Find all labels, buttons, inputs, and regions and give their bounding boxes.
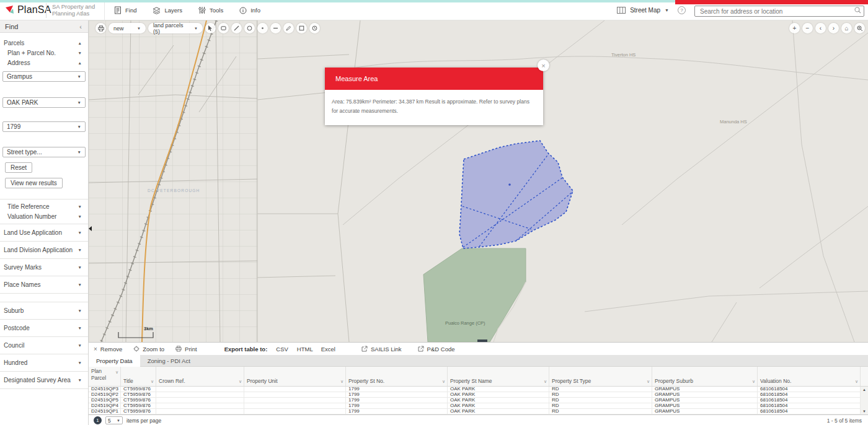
sidebar-item-suburb[interactable]: Suburb ▼ bbox=[0, 302, 88, 319]
sidebar-item-plan-parcel-no[interactable]: Plan + Parcel No. ▼ bbox=[0, 48, 88, 58]
chevron-down-icon: ▼ bbox=[78, 204, 82, 209]
square-icon bbox=[299, 25, 304, 31]
print-button[interactable]: Print bbox=[175, 346, 197, 353]
draw-line-tool-button[interactable] bbox=[231, 23, 242, 33]
nav-info[interactable]: Info bbox=[237, 7, 263, 14]
plansa-logo[interactable]: PlanSA bbox=[5, 4, 51, 15]
zoom-extent-icon bbox=[857, 25, 863, 32]
draw-polygon-tool-button[interactable] bbox=[296, 23, 307, 33]
home-extent-button[interactable]: ⌂ bbox=[841, 23, 852, 33]
sidebar-item-land-use-application[interactable]: Land Use Application ▼ bbox=[0, 224, 88, 241]
measure-dialog-close-button[interactable]: × bbox=[538, 59, 549, 71]
chevron-down-icon: ▼ bbox=[78, 283, 82, 287]
zoom-out-button[interactable]: − bbox=[802, 23, 813, 33]
draw-circle-tool-button[interactable] bbox=[244, 23, 255, 33]
export-csv-button[interactable]: CSV bbox=[276, 346, 288, 353]
nav-find[interactable]: Find bbox=[112, 6, 139, 14]
draw-mode-select[interactable]: new ▼ bbox=[108, 23, 146, 33]
chevron-down-icon: ▼ bbox=[78, 214, 82, 219]
panel-collapse-icon[interactable]: ‹ bbox=[79, 23, 82, 30]
previous-extent-button[interactable]: ‹ bbox=[815, 23, 826, 33]
sidebar-collapse-handle[interactable] bbox=[89, 226, 92, 231]
nav-tools[interactable]: Tools bbox=[196, 6, 226, 14]
sort-icon: ∨ bbox=[340, 379, 343, 384]
page-1-button[interactable]: 1 bbox=[94, 416, 102, 424]
sidebar-item-council[interactable]: Council ▼ bbox=[0, 337, 88, 354]
next-extent-button[interactable]: › bbox=[828, 23, 839, 33]
basemap-selector[interactable]: Street Map ▼ bbox=[617, 7, 669, 14]
table-row[interactable]: D24519QP5 CT5959/876 1799 OAK PARK RD GR… bbox=[89, 398, 868, 403]
nav-info-label: Info bbox=[250, 7, 260, 14]
remove-button[interactable]: × Remove bbox=[94, 346, 122, 353]
column-header-property-st-no[interactable]: Property St No.∨ bbox=[346, 367, 448, 386]
map-zoom-controls: + − ‹ › ⌂ bbox=[789, 23, 865, 33]
sidebar-item-survey-marks[interactable]: Survey Marks ▼ bbox=[0, 259, 88, 276]
column-header-crown-ref[interactable]: Crown Ref.∨ bbox=[156, 367, 244, 386]
export-excel-button[interactable]: Excel bbox=[321, 346, 335, 353]
column-header-property-st-type[interactable]: Property St Type∨ bbox=[549, 367, 652, 386]
scroll-down-icon[interactable]: ▼ bbox=[862, 410, 866, 413]
chevron-down-icon: ▼ bbox=[78, 361, 82, 365]
help-icon: ? bbox=[680, 7, 683, 13]
page-size-value: 5 bbox=[108, 418, 111, 424]
draw-rectangle-tool-button[interactable] bbox=[218, 23, 229, 33]
help-button[interactable]: ? bbox=[678, 6, 686, 14]
history-tool-button[interactable] bbox=[309, 23, 320, 33]
pd-code-button[interactable]: P&D Code bbox=[418, 346, 455, 353]
table-row[interactable]: D24519QP1 CT5959/876 1799 OAK PARK RD GR… bbox=[89, 409, 868, 414]
map-label-council-area: DC PETERBOROUGH bbox=[148, 188, 200, 193]
table-row[interactable]: D24519QP3 CT5959/876 1799 OAK PARK RD GR… bbox=[89, 387, 868, 392]
export-html-button[interactable]: HTML bbox=[297, 346, 313, 353]
column-header-valuation-no[interactable]: Valuation No.∨ bbox=[758, 367, 861, 386]
sidebar-item-hundred[interactable]: Hundred ▼ bbox=[0, 354, 88, 371]
header-divider bbox=[46, 3, 46, 18]
land-use-label: Land Use Application bbox=[4, 229, 62, 236]
reset-button[interactable]: Reset bbox=[5, 162, 32, 173]
plansa-logo-icon bbox=[5, 5, 15, 15]
table-row[interactable]: D24519QP2 CT5959/876 1799 OAK PARK RD GR… bbox=[89, 392, 868, 398]
street-type-select[interactable]: Street type... ▼ bbox=[2, 147, 86, 157]
sidebar-item-valuation-number[interactable]: Valuation Number ▼ bbox=[0, 211, 88, 221]
street-number-select[interactable]: 1799 ▼ bbox=[2, 121, 86, 132]
plansa-app: PlanSA SA Property and Planning Atlas Fi… bbox=[0, 0, 868, 425]
map-viewport[interactable]: Tiverton HS Manunda HS DC PETERBOROUGH P… bbox=[89, 20, 868, 342]
table-scrollbar[interactable]: ▲ ▼ bbox=[861, 387, 868, 414]
table-row[interactable]: D24519QP4 CT5959/876 1799 OAK PARK RD GR… bbox=[89, 403, 868, 409]
draw-point-tool-button[interactable] bbox=[257, 23, 268, 33]
layer-select[interactable]: land parcels (5) ▼ bbox=[148, 23, 203, 33]
sidebar-item-postcode[interactable]: Postcode ▼ bbox=[0, 320, 88, 336]
tab-zoning-pdi-act[interactable]: Zoning - PDI Act bbox=[140, 355, 198, 367]
measure-line-tool-button[interactable] bbox=[270, 23, 281, 33]
search-icon[interactable] bbox=[854, 7, 861, 14]
measure-dialog-header[interactable]: Measure Area bbox=[325, 68, 543, 90]
sidebar-item-address[interactable]: Address ▲ bbox=[0, 58, 88, 68]
nav-layers[interactable]: Layers bbox=[150, 6, 185, 14]
column-header-property-unit[interactable]: Property Unit∨ bbox=[244, 367, 346, 386]
sidebar-item-parcels[interactable]: Parcels ▲ bbox=[0, 38, 88, 48]
tab-property-data[interactable]: Property Data bbox=[89, 355, 140, 367]
sidebar-item-place-names[interactable]: Place Names ▼ bbox=[0, 276, 88, 293]
sidebar-item-designated-survey-area[interactable]: Designated Survey Area ▼ bbox=[0, 372, 88, 388]
point-icon bbox=[260, 25, 265, 31]
column-header-title[interactable]: Title∨ bbox=[121, 367, 156, 386]
sailis-link-button[interactable]: SAILIS Link bbox=[361, 346, 402, 353]
select-tool-button[interactable] bbox=[205, 23, 216, 33]
zoom-in-button[interactable]: + bbox=[789, 23, 800, 33]
land-division-label: Land Division Application bbox=[4, 247, 73, 253]
street-select[interactable]: OAK PARK ▼ bbox=[2, 97, 86, 108]
column-header-property-st-name[interactable]: Property St Name∨ bbox=[448, 367, 549, 386]
zoom-to-button[interactable]: Zoom to bbox=[133, 346, 164, 353]
suburb-select[interactable]: Grampus ▼ bbox=[2, 71, 86, 82]
map-print-button[interactable] bbox=[95, 23, 106, 33]
freehand-draw-tool-button[interactable] bbox=[283, 23, 294, 33]
search-input[interactable] bbox=[694, 6, 864, 17]
zoom-extent-button[interactable] bbox=[854, 23, 865, 33]
page-size-select[interactable]: 5 ▼ bbox=[105, 416, 123, 424]
scroll-up-icon[interactable]: ▲ bbox=[862, 388, 866, 392]
column-header-property-suburb[interactable]: Property Suburb∨ bbox=[652, 367, 758, 386]
map-toolbar: new ▼ land parcels (5) ▼ bbox=[95, 23, 320, 33]
sidebar-item-land-division-application[interactable]: Land Division Application ▼ bbox=[0, 242, 88, 258]
sidebar-item-title-reference[interactable]: Title Reference ▼ bbox=[0, 201, 88, 211]
column-header-plan-parcel[interactable]: Plan Parcel∨ bbox=[89, 367, 121, 386]
view-new-results-button[interactable]: View new results bbox=[5, 178, 63, 188]
